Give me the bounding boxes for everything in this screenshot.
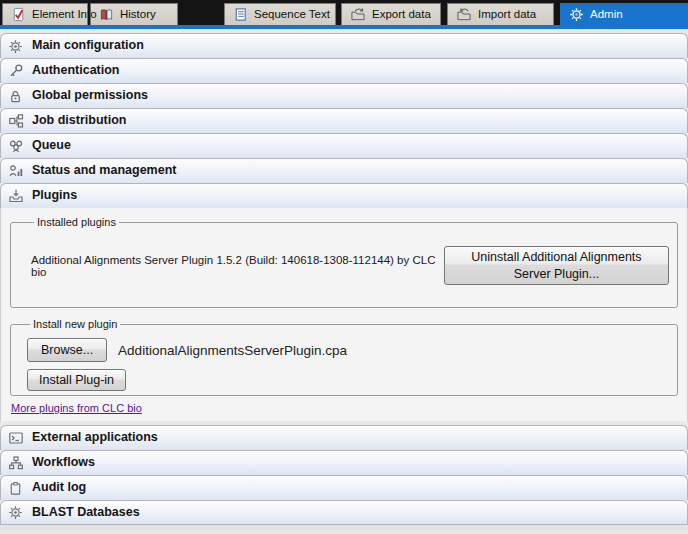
tab-admin[interactable]: Admin [560,3,688,25]
lock-icon [7,88,24,104]
section-plugins[interactable]: Plugins [0,183,688,208]
section-main-configuration[interactable]: Main configuration [0,33,688,58]
section-label: BLAST Databases [32,505,140,519]
installed-plugins-group: Installed plugins Additional Alignments … [10,216,678,308]
installed-plugin-text: Additional Alignments Server Plugin 1.5.… [31,254,444,278]
clipboard-icon [7,480,24,496]
install-new-plugin-legend: Install new plugin [30,318,120,330]
section-label: Job distribution [32,113,126,127]
section-label: Queue [32,138,71,152]
tab-label: Import data [478,8,536,20]
tab-export-data[interactable]: Export data [341,3,441,25]
section-label: Workflows [32,455,95,469]
terminal-icon [7,430,24,446]
plugins-panel: Installed plugins Additional Alignments … [0,208,688,421]
distribution-icon [7,113,24,129]
sequence-text-icon [233,7,248,22]
import-folder-icon [456,7,472,22]
section-workflows[interactable]: Workflows [0,450,688,475]
section-queue[interactable]: Queue [0,133,688,158]
gear-icon [7,38,24,54]
element-info-icon [11,7,26,22]
selected-plugin-file: AdditionalAlignmentsServerPlugin.cpa [118,343,347,358]
tab-import-data[interactable]: Import data [447,3,554,25]
workflow-icon [7,455,24,471]
section-authentication[interactable]: Authentication [0,58,688,83]
section-label: External applications [32,430,158,444]
section-label: Audit log [32,480,86,494]
tab-bar: Element Info History Sequ [0,0,688,25]
tab-element-info[interactable]: Element Info [2,3,88,25]
tab-label: History [120,8,156,20]
tab-label: Sequence Text [254,8,330,20]
export-folder-icon [350,7,366,22]
section-label: Plugins [32,188,77,202]
admin-window: Element Info History Sequ [0,0,688,534]
browse-button[interactable]: Browse... [27,338,107,362]
admin-gear-icon [569,7,584,22]
section-label: Authentication [32,63,120,77]
section-global-permissions[interactable]: Global permissions [0,83,688,108]
installed-plugins-legend: Installed plugins [34,216,119,228]
more-plugins-link[interactable]: More plugins from CLC bio [11,402,142,414]
plugin-tray-icon [7,188,24,204]
tab-history[interactable]: History [90,3,178,25]
admin-panel-content: Main configuration Authentication Gl [0,29,688,534]
bottom-filler [0,525,688,530]
section-audit-log[interactable]: Audit log [0,475,688,500]
section-job-distribution[interactable]: Job distribution [0,108,688,133]
browse-row: Browse... AdditionalAlignmentsServerPlug… [27,338,669,362]
install-plugin-button[interactable]: Install Plug-in [27,369,126,391]
tab-label: Export data [372,8,431,20]
section-external-applications[interactable]: External applications [0,425,688,450]
status-chart-icon [7,163,24,179]
section-status-and-management[interactable]: Status and management [0,158,688,183]
section-label: Status and management [32,163,176,177]
tab-label: Element Info [32,8,97,20]
people-icon [7,138,24,154]
install-new-plugin-group: Install new plugin Browse... AdditionalA… [10,318,678,396]
uninstall-plugin-button[interactable]: Uninstall Additional Alignments Server P… [444,246,669,285]
section-label: Main configuration [32,38,144,52]
gear-icon [7,505,24,521]
section-label: Global permissions [32,88,148,102]
tab-sequence-text[interactable]: Sequence Text [224,3,336,25]
key-icon [7,63,24,79]
section-blast-databases[interactable]: BLAST Databases [0,500,688,525]
history-book-icon [99,7,114,22]
tab-label: Admin [590,8,623,20]
